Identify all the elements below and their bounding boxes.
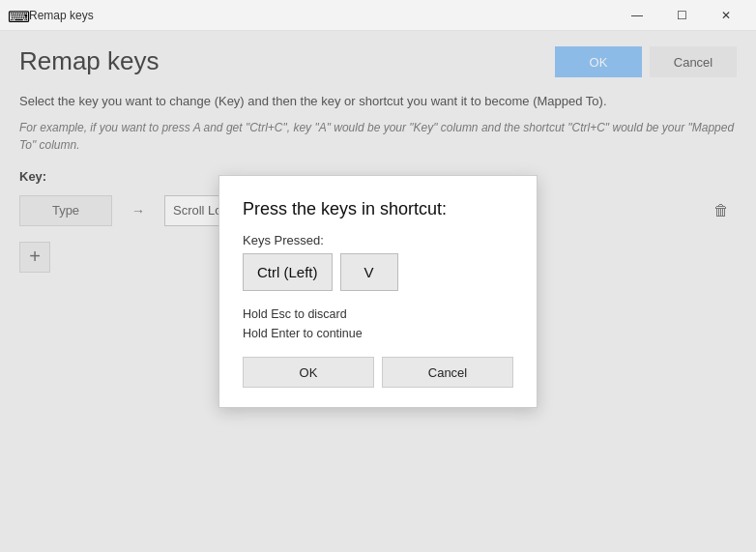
dialog-hint: Hold Esc to discard Hold Enter to contin…	[243, 305, 513, 343]
keys-pressed-label: Keys Pressed:	[243, 233, 513, 247]
dialog-buttons: OK Cancel	[243, 357, 513, 388]
restore-button[interactable]: ☐	[659, 0, 704, 31]
hint-line-1: Hold Esc to discard	[243, 305, 513, 324]
dialog-title: Press the keys in shortcut:	[243, 199, 513, 219]
hint-line-2: Hold Enter to continue	[243, 324, 513, 343]
main-content: OK Cancel Remap keys Select the key you …	[0, 31, 756, 552]
title-bar-text: Remap keys	[29, 9, 615, 22]
keys-pressed-row: Ctrl (Left) V	[243, 253, 513, 291]
app-icon: ⌨	[8, 8, 23, 23]
title-bar-controls: — ☐ ✕	[615, 0, 748, 31]
keys-pressed-section: Keys Pressed: Ctrl (Left) V	[243, 233, 513, 291]
key-chip-ctrl: Ctrl (Left)	[243, 253, 333, 291]
dialog-overlay: Press the keys in shortcut: Keys Pressed…	[0, 31, 756, 552]
shortcut-dialog: Press the keys in shortcut: Keys Pressed…	[218, 175, 538, 408]
dialog-cancel-button[interactable]: Cancel	[382, 357, 513, 388]
title-bar: ⌨ Remap keys — ☐ ✕	[0, 0, 756, 31]
close-button[interactable]: ✕	[704, 0, 748, 31]
minimize-button[interactable]: —	[615, 0, 659, 31]
key-chip-v: V	[340, 253, 398, 291]
dialog-ok-button[interactable]: OK	[243, 357, 374, 388]
